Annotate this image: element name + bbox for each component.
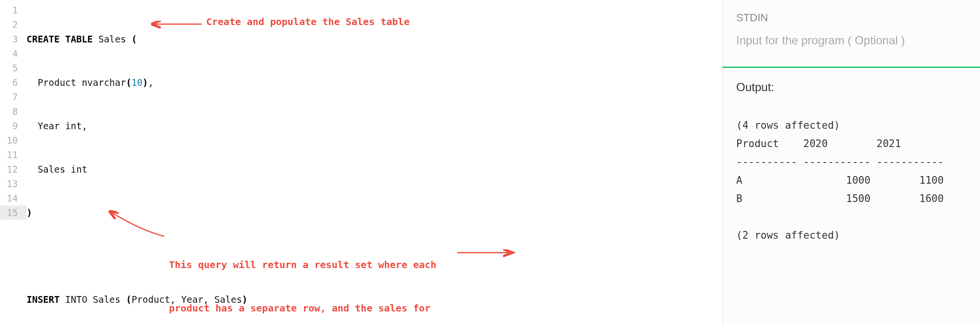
stdin-label: STDIN <box>736 12 966 24</box>
line-number: 6 <box>0 75 18 90</box>
code-line-4: Sales int <box>27 162 722 176</box>
output-label: Output: <box>736 81 966 94</box>
line-number: 15 <box>0 205 27 220</box>
line-number: 12 <box>0 162 18 176</box>
code-line-3: Year int, <box>27 119 722 133</box>
line-number: 10 <box>0 133 18 148</box>
line-number: 7 <box>0 90 18 104</box>
line-number: 5 <box>0 61 18 75</box>
line-number: 11 <box>0 148 18 162</box>
annotation-text: This query will return a result set wher… <box>169 229 436 324</box>
io-panel: STDIN Output: (4 rows affected) Product … <box>722 0 980 324</box>
panel-divider <box>723 67 980 68</box>
code-line-7: INSERT INTO Sales (Product, Year, Sales) <box>27 292 722 307</box>
code-line-2: Product nvarchar(10), <box>27 75 722 90</box>
line-number: 8 <box>0 104 18 119</box>
stdin-input[interactable] <box>736 32 966 67</box>
line-number: 3 <box>0 32 18 46</box>
annotation-text: Create and populate the Sales table <box>206 14 409 29</box>
line-number: 14 <box>0 191 18 205</box>
line-number: 13 <box>0 176 18 191</box>
line-number: 2 <box>0 17 18 32</box>
code-line-5: ) <box>27 205 722 220</box>
code-line-1: CREATE TABLE Sales ( <box>27 32 722 46</box>
line-number: 4 <box>0 46 18 61</box>
line-number: 9 <box>0 119 18 133</box>
output-content: (4 rows affected) Product 2020 2021 ----… <box>736 116 966 244</box>
line-number: 1 <box>0 3 18 17</box>
line-number-gutter: 1 2 3 4 5 6 7 8 9 10 11 12 13 14 15 <box>0 0 27 324</box>
editor-panel: 1 2 3 4 5 6 7 8 9 10 11 12 13 14 15 CREA… <box>0 0 722 324</box>
annotation-arrow-icon <box>149 19 204 29</box>
code-editor[interactable]: CREATE TABLE Sales ( Product nvarchar(10… <box>27 0 722 324</box>
code-line-6 <box>27 249 722 263</box>
